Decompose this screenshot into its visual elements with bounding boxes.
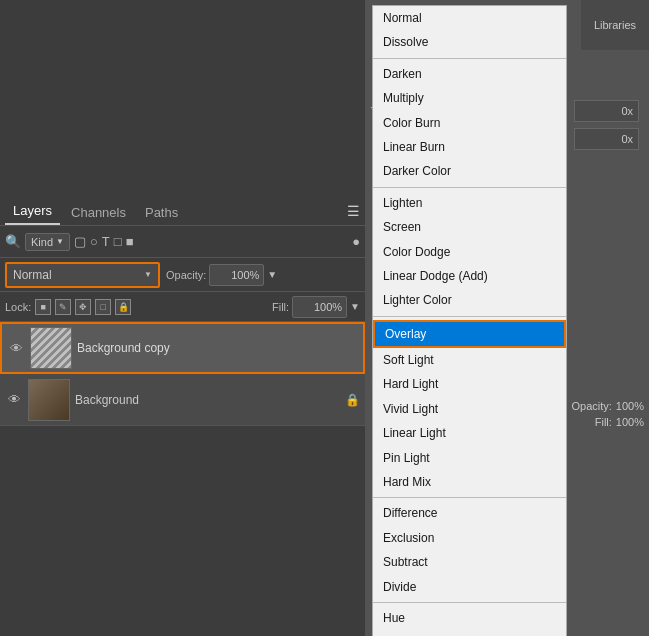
menu-item-exclusion[interactable]: Exclusion <box>373 526 566 550</box>
menu-item-hue[interactable]: Hue <box>373 606 566 630</box>
menu-item-multiply[interactable]: Multiply <box>373 86 566 110</box>
menu-item-normal[interactable]: Normal <box>373 6 566 30</box>
menu-separator-5 <box>373 602 566 603</box>
layer-name-0: Background copy <box>77 341 358 355</box>
layer-row-background[interactable]: 👁 Background 🔒 <box>0 374 365 426</box>
menu-item-lighten[interactable]: Lighten <box>373 191 566 215</box>
filter-smart-icon[interactable]: ■ <box>126 234 134 249</box>
px-box-2[interactable]: 0x <box>574 128 639 150</box>
right-fill-label: Fill: <box>595 416 612 428</box>
layer-list: 👁 Background copy 👁 Background 🔒 <box>0 322 365 426</box>
blend-opacity-row: Normal ▼ Opacity: 100% ▼ <box>0 258 365 292</box>
fill-control: Fill: 100% ▼ <box>272 296 360 318</box>
menu-item-dissolve[interactable]: Dissolve <box>373 30 566 54</box>
lock-draw-icon[interactable]: ✎ <box>55 299 71 315</box>
menu-item-overlay[interactable]: Overlay <box>373 320 566 348</box>
lock-label: Lock: <box>5 301 31 313</box>
menu-item-screen[interactable]: Screen <box>373 215 566 239</box>
menu-item-color-burn[interactable]: Color Burn <box>373 111 566 135</box>
panel-menu-icon[interactable]: ☰ <box>347 203 360 225</box>
filter-pixel-icon[interactable]: ▢ <box>74 234 86 249</box>
lock-all-icon[interactable]: 🔒 <box>115 299 131 315</box>
menu-item-hard-mix[interactable]: Hard Mix <box>373 470 566 494</box>
layer-visibility-icon-0[interactable]: 👁 <box>7 339 25 357</box>
filter-kind-arrow: ▼ <box>56 237 64 246</box>
search-icon: 🔍 <box>5 234 21 249</box>
menu-item-soft-light[interactable]: Soft Light <box>373 348 566 372</box>
menu-item-vivid-light[interactable]: Vivid Light <box>373 397 566 421</box>
lock-move-icon[interactable]: ✥ <box>75 299 91 315</box>
libraries-button[interactable]: Libraries <box>580 0 649 50</box>
menu-item-subtract[interactable]: Subtract <box>373 550 566 574</box>
layer-thumb-1 <box>28 379 70 421</box>
right-opacity-row: Opacity: 100% <box>572 400 645 412</box>
menu-item-saturation[interactable]: Saturation <box>373 630 566 636</box>
lock-fill-row: Lock: ■ ✎ ✥ □ 🔒 Fill: 100% ▼ <box>0 292 365 322</box>
layer-visibility-icon-1[interactable]: 👁 <box>5 391 23 409</box>
layer-name-1: Background <box>75 393 340 407</box>
filter-toggle-icon[interactable]: ● <box>352 234 360 249</box>
opacity-arrow: ▼ <box>267 269 277 280</box>
filter-text-icon[interactable]: T <box>102 234 110 249</box>
menu-separator-3 <box>373 316 566 317</box>
blend-mode-value: Normal <box>13 268 52 282</box>
layers-panel: Layers Channels Paths ☰ 🔍 Kind ▼ ▢ ○ T □… <box>0 180 365 636</box>
menu-item-darker-color[interactable]: Darker Color <box>373 159 566 183</box>
blend-mode-arrow: ▼ <box>144 270 152 279</box>
layer-thumb-0 <box>30 327 72 369</box>
fill-arrow: ▼ <box>350 301 360 312</box>
opacity-input[interactable]: 100% <box>209 264 264 286</box>
menu-item-hard-light[interactable]: Hard Light <box>373 372 566 396</box>
menu-separator-1 <box>373 58 566 59</box>
fill-input[interactable]: 100% <box>292 296 347 318</box>
menu-item-lighter-color[interactable]: Lighter Color <box>373 288 566 312</box>
panel-tabs: Layers Channels Paths ☰ <box>0 180 365 226</box>
opacity-label: Opacity: <box>166 269 206 281</box>
menu-separator-2 <box>373 187 566 188</box>
menu-item-linear-light[interactable]: Linear Light <box>373 421 566 445</box>
blend-mode-dropdown[interactable]: Normal ▼ <box>5 262 160 288</box>
filter-adjust-icon[interactable]: ○ <box>90 234 98 249</box>
layer-row-background-copy[interactable]: 👁 Background copy <box>0 322 365 374</box>
menu-item-color-dodge[interactable]: Color Dodge <box>373 240 566 264</box>
right-fill-row: Fill: 100% <box>595 416 644 428</box>
tab-paths[interactable]: Paths <box>137 200 186 225</box>
lock-artboard-icon[interactable]: □ <box>95 299 111 315</box>
menu-item-divide[interactable]: Divide <box>373 575 566 599</box>
filter-kind-dropdown[interactable]: Kind ▼ <box>25 233 70 251</box>
filter-shape-icon[interactable]: □ <box>114 234 122 249</box>
right-opacity-value: 100% <box>616 400 644 412</box>
tab-channels[interactable]: Channels <box>63 200 134 225</box>
right-opacity-label: Opacity: <box>572 400 612 412</box>
menu-item-linear-burn[interactable]: Linear Burn <box>373 135 566 159</box>
menu-separator-4 <box>373 497 566 498</box>
blend-mode-menu: Normal Dissolve Darken Multiply Color Bu… <box>372 5 567 636</box>
opacity-control: Opacity: 100% ▼ <box>166 264 277 286</box>
tab-layers[interactable]: Layers <box>5 198 60 225</box>
filter-kind-label: Kind <box>31 236 53 248</box>
px-box-1[interactable]: 0x <box>574 100 639 122</box>
right-fill-value: 100% <box>616 416 644 428</box>
menu-item-difference[interactable]: Difference <box>373 501 566 525</box>
menu-item-linear-dodge[interactable]: Linear Dodge (Add) <box>373 264 566 288</box>
filter-row: 🔍 Kind ▼ ▢ ○ T □ ■ ● <box>0 226 365 258</box>
menu-item-pin-light[interactable]: Pin Light <box>373 446 566 470</box>
libraries-label: Libraries <box>594 19 636 31</box>
lock-pixel-icon[interactable]: ■ <box>35 299 51 315</box>
fill-label: Fill: <box>272 301 289 313</box>
layer-lock-icon-1: 🔒 <box>345 393 360 407</box>
menu-item-darken[interactable]: Darken <box>373 62 566 86</box>
